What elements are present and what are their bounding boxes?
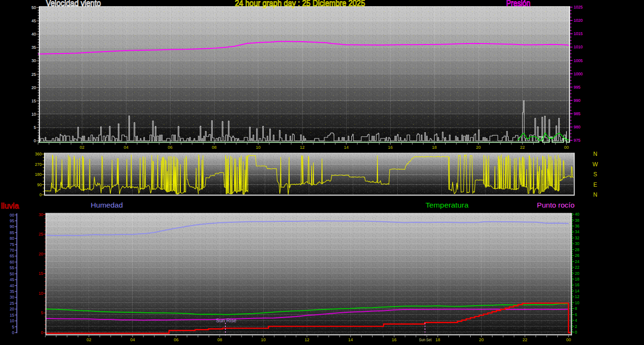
svg-text:N: N (593, 191, 598, 198)
svg-text:5: 5 (12, 325, 14, 329)
svg-text:20: 20 (479, 337, 483, 342)
svg-text:10: 10 (39, 291, 44, 296)
svg-text:360: 360 (35, 152, 42, 156)
svg-text:25: 25 (39, 232, 44, 236)
svg-text:45: 45 (32, 18, 36, 23)
svg-text:25: 25 (10, 301, 15, 306)
svg-text:60: 60 (10, 260, 15, 264)
svg-text:14: 14 (344, 145, 349, 150)
svg-text:975: 975 (574, 138, 581, 143)
svg-text:Presión: Presión (506, 0, 530, 8)
svg-text:12: 12 (575, 294, 580, 299)
svg-text:1005: 1005 (574, 58, 583, 63)
svg-text:E: E (593, 182, 597, 188)
svg-text:00: 00 (10, 213, 15, 218)
svg-text:34: 34 (575, 229, 580, 234)
svg-text:25: 25 (32, 72, 36, 77)
svg-text:06: 06 (174, 337, 179, 342)
svg-text:2: 2 (575, 324, 577, 329)
svg-text:18: 18 (432, 145, 437, 150)
svg-text:28: 28 (575, 247, 580, 252)
svg-text:00: 00 (566, 337, 571, 342)
svg-text:12: 12 (304, 337, 309, 342)
svg-text:35: 35 (10, 289, 15, 294)
svg-text:0: 0 (39, 192, 42, 197)
svg-text:45: 45 (10, 277, 15, 282)
svg-text:270: 270 (35, 162, 42, 167)
svg-text:26: 26 (575, 253, 580, 258)
svg-text:36: 36 (575, 224, 580, 228)
svg-text:Temperatura: Temperatura (426, 201, 469, 209)
svg-text:1000: 1000 (574, 72, 583, 76)
svg-text:10: 10 (575, 300, 580, 305)
svg-text:75: 75 (10, 242, 15, 247)
svg-text:14: 14 (348, 337, 353, 342)
svg-text:1025: 1025 (574, 5, 583, 9)
svg-text:1015: 1015 (574, 31, 583, 36)
svg-text:15: 15 (39, 271, 44, 276)
svg-text:10: 10 (261, 337, 266, 342)
svg-text:22: 22 (523, 337, 528, 342)
svg-text:14: 14 (575, 289, 580, 293)
svg-text:08: 08 (217, 337, 222, 342)
svg-text:1010: 1010 (574, 45, 583, 49)
svg-text:0: 0 (575, 330, 577, 335)
svg-text:20: 20 (476, 145, 481, 150)
svg-text:10: 10 (32, 112, 36, 117)
svg-text:20: 20 (575, 271, 580, 276)
svg-text:Velocidad viento: Velocidad viento (46, 0, 101, 8)
svg-text:65: 65 (10, 254, 15, 258)
svg-text:10: 10 (256, 145, 260, 150)
svg-text:70: 70 (10, 248, 15, 253)
svg-text:6: 6 (575, 312, 577, 317)
svg-text:30: 30 (39, 212, 44, 217)
svg-text:0: 0 (41, 330, 43, 335)
svg-text:30: 30 (32, 58, 36, 63)
svg-text:1020: 1020 (574, 18, 583, 23)
svg-text:18: 18 (435, 337, 440, 342)
svg-text:15: 15 (10, 313, 15, 318)
svg-text:50: 50 (10, 272, 15, 276)
svg-text:0: 0 (34, 138, 36, 143)
svg-text:12: 12 (300, 145, 304, 150)
svg-text:16: 16 (392, 337, 396, 342)
svg-text:30: 30 (575, 241, 580, 246)
svg-text:20: 20 (10, 307, 15, 311)
svg-text:180: 180 (35, 172, 42, 177)
svg-text:20: 20 (32, 85, 36, 90)
svg-text:06: 06 (168, 145, 172, 150)
svg-text:10: 10 (10, 318, 15, 323)
svg-text:40: 40 (32, 32, 36, 36)
svg-text:20: 20 (39, 252, 44, 256)
svg-text:30: 30 (10, 295, 15, 300)
svg-text:16: 16 (575, 282, 580, 287)
svg-text:24 hour graph day : 25 Diciemb: 24 hour graph day : 25 Diciembre 2025 (235, 0, 365, 8)
svg-text:85: 85 (10, 230, 15, 235)
svg-text:W: W (592, 161, 598, 168)
svg-text:Sun Rise: Sun Rise (216, 318, 237, 323)
svg-text:16: 16 (388, 145, 393, 150)
svg-text:02: 02 (87, 337, 91, 342)
svg-text:Punto rocío: Punto rocío (537, 201, 575, 209)
svg-text:18: 18 (575, 277, 580, 281)
svg-text:22: 22 (520, 145, 525, 150)
svg-text:04: 04 (124, 145, 128, 150)
svg-text:02: 02 (80, 145, 84, 150)
svg-text:980: 980 (574, 125, 581, 129)
svg-text:40: 40 (575, 212, 580, 217)
svg-text:38: 38 (575, 218, 580, 223)
svg-text:50: 50 (32, 5, 36, 10)
svg-text:00: 00 (564, 145, 569, 150)
svg-text:04: 04 (130, 337, 135, 342)
svg-text:90: 90 (37, 182, 42, 187)
svg-text:N: N (593, 151, 598, 157)
svg-text:985: 985 (574, 111, 581, 116)
svg-text:0: 0 (12, 330, 14, 335)
svg-text:Sun Set: Sun Set (419, 337, 432, 342)
svg-text:S: S (593, 171, 597, 178)
svg-text:80: 80 (10, 236, 15, 241)
svg-text:22: 22 (575, 265, 580, 270)
svg-text:32: 32 (575, 236, 580, 240)
svg-text:08: 08 (212, 145, 216, 150)
svg-text:90: 90 (10, 224, 15, 229)
